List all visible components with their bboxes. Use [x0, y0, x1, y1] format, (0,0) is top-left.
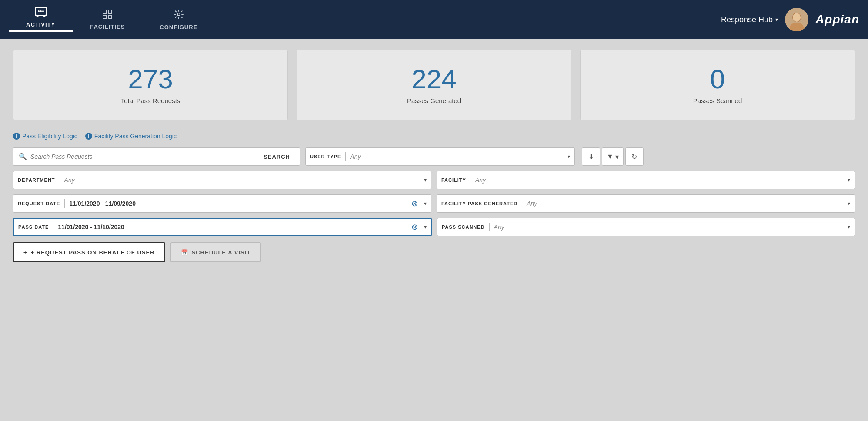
nav-item-configure[interactable]: CONFIGURE — [142, 9, 215, 30]
facility-pass-info-icon: i — [85, 133, 92, 140]
facility-pass-generation-link[interactable]: i Facility Pass Generation Logic — [85, 133, 177, 140]
pass-eligibility-link[interactable]: i Pass Eligibility Logic — [13, 133, 77, 140]
pass-scanned-value: Any — [494, 224, 844, 231]
stat-cards: 273 Total Pass Requests 224 Passes Gener… — [13, 50, 855, 120]
nav-right: Response Hub ▾ Appian — [721, 8, 859, 31]
passes-scanned-label: Passes Scanned — [693, 97, 742, 104]
search-input[interactable] — [30, 153, 248, 160]
department-label: DEPARTMENT — [18, 177, 55, 183]
pass-date-caret-icon: ▾ — [424, 224, 427, 230]
plus-icon: + — [23, 249, 27, 256]
pass-scanned-select[interactable]: PASS SCANNED Any ▾ — [437, 218, 855, 236]
filter-button[interactable]: ▼ ▾ — [602, 147, 624, 166]
stat-card-total-pass-requests: 273 Total Pass Requests — [13, 50, 288, 120]
pass-scanned-label: PASS SCANNED — [442, 224, 485, 230]
facility-pass-generated-label: FACILITY PASS GENERATED — [441, 201, 517, 206]
nav-label-configure: CONFIGURE — [160, 24, 197, 30]
svg-point-10 — [177, 13, 180, 16]
department-caret-icon: ▾ — [424, 177, 427, 183]
refresh-button[interactable]: ↻ — [625, 147, 644, 166]
pass-date-value: 11/01/2020 - 11/10/2020 — [58, 224, 411, 231]
user-type-label: USER TYPE — [310, 154, 341, 159]
pass-date-divider — [53, 223, 53, 231]
configure-icon — [174, 9, 184, 22]
svg-rect-7 — [108, 10, 112, 13]
pass-date-label: PASS DATE — [18, 224, 49, 230]
total-pass-requests-label: Total Pass Requests — [121, 97, 180, 104]
facilities-icon — [103, 10, 112, 22]
svg-point-3 — [38, 10, 40, 12]
user-type-divider — [345, 152, 346, 161]
pass-eligibility-info-icon: i — [13, 133, 20, 140]
filter-row-4: PASS DATE 11/01/2020 - 11/10/2020 ⊗ ▾ PA… — [13, 218, 855, 236]
facility-divider — [471, 176, 471, 184]
passes-generated-value: 224 — [411, 66, 456, 93]
facility-pass-generation-label: Facility Pass Generation Logic — [94, 133, 177, 140]
total-pass-requests-value: 273 — [128, 66, 173, 93]
svg-rect-8 — [103, 15, 107, 19]
filter-row-3: REQUEST DATE 11/01/2020 - 11/09/2020 ⊗ ▾… — [13, 194, 855, 213]
bottom-buttons: + + REQUEST PASS ON BEHALF OF USER 📅 SCH… — [13, 242, 855, 262]
hub-label: Response Hub — [721, 15, 773, 24]
facility-pass-generated-caret-icon: ▾ — [848, 200, 850, 207]
appian-logo: Appian — [815, 13, 859, 27]
facility-label: FACILITY — [441, 177, 466, 183]
response-hub-button[interactable]: Response Hub ▾ — [721, 15, 778, 24]
search-input-wrap[interactable]: 🔍 — [13, 147, 254, 166]
pass-date-clear-icon[interactable]: ⊗ — [411, 222, 418, 232]
schedule-visit-button[interactable]: 📅 SCHEDULE A VISIT — [170, 242, 261, 262]
facility-pass-generated-divider — [522, 199, 522, 208]
filter-row-2: DEPARTMENT Any ▾ FACILITY Any ▾ — [13, 171, 855, 189]
filter-row-1: 🔍 SEARCH USER TYPE Any ▾ ⬇ ▼ ▾ ↻ — [13, 147, 855, 166]
main-content: 273 Total Pass Requests 224 Passes Gener… — [0, 39, 868, 273]
nav-item-activity[interactable]: ACTIVITY — [9, 7, 73, 32]
filter-caret-icon: ▾ — [615, 153, 619, 161]
nav-items: ACTIVITY FACILITIES CONFIGURE — [9, 7, 721, 32]
svg-rect-9 — [108, 15, 112, 19]
action-buttons: ⬇ ▼ ▾ ↻ — [582, 147, 644, 166]
facility-caret-icon: ▾ — [848, 177, 850, 183]
facility-select[interactable]: FACILITY Any ▾ — [437, 171, 855, 189]
svg-point-5 — [42, 10, 44, 12]
svg-point-14 — [793, 13, 801, 22]
department-value: Any — [64, 177, 421, 184]
request-date-value: 11/01/2020 - 11/09/2020 — [69, 200, 411, 207]
download-button[interactable]: ⬇ — [582, 147, 600, 166]
search-icon: 🔍 — [19, 153, 27, 160]
stat-card-passes-generated: 224 Passes Generated — [297, 50, 571, 120]
search-group: 🔍 SEARCH — [13, 147, 300, 166]
schedule-visit-label: SCHEDULE A VISIT — [192, 249, 251, 256]
activity-icon — [35, 7, 47, 20]
department-divider — [60, 176, 60, 184]
hub-caret-icon: ▾ — [775, 17, 778, 23]
stat-card-passes-scanned: 0 Passes Scanned — [580, 50, 855, 120]
pass-date-select[interactable]: PASS DATE 11/01/2020 - 11/10/2020 ⊗ ▾ — [13, 218, 432, 236]
navigation: ACTIVITY FACILITIES CONFIGURE — [0, 0, 868, 39]
pass-scanned-caret-icon: ▾ — [848, 224, 850, 230]
pass-scanned-divider — [489, 223, 490, 231]
calendar-icon: 📅 — [181, 249, 188, 256]
facility-pass-generated-value: Any — [527, 200, 844, 207]
department-select[interactable]: DEPARTMENT Any ▾ — [13, 171, 431, 189]
passes-generated-label: Passes Generated — [407, 97, 461, 104]
nav-item-facilities[interactable]: FACILITIES — [73, 10, 142, 30]
user-type-value: Any — [350, 153, 564, 160]
svg-point-4 — [40, 10, 42, 12]
nav-label-facilities: FACILITIES — [90, 23, 125, 30]
filter-section: 🔍 SEARCH USER TYPE Any ▾ ⬇ ▼ ▾ ↻ — [13, 147, 855, 236]
user-type-select[interactable]: USER TYPE Any ▾ — [305, 147, 575, 166]
request-date-select[interactable]: REQUEST DATE 11/01/2020 - 11/09/2020 ⊗ ▾ — [13, 194, 431, 213]
request-date-label: REQUEST DATE — [18, 201, 60, 206]
filter-icon: ▼ — [607, 153, 614, 160]
facility-pass-generated-select[interactable]: FACILITY PASS GENERATED Any ▾ — [437, 194, 855, 213]
request-date-caret-icon: ▾ — [424, 200, 427, 207]
pass-eligibility-label: Pass Eligibility Logic — [22, 133, 77, 140]
user-avatar[interactable] — [785, 8, 808, 31]
search-button[interactable]: SEARCH — [254, 147, 300, 166]
user-type-caret-icon: ▾ — [568, 154, 570, 160]
request-pass-button[interactable]: + + REQUEST PASS ON BEHALF OF USER — [13, 242, 165, 262]
request-date-divider — [64, 199, 65, 208]
request-pass-label: + REQUEST PASS ON BEHALF OF USER — [31, 249, 155, 256]
passes-scanned-value: 0 — [710, 66, 725, 93]
request-date-clear-icon[interactable]: ⊗ — [411, 199, 418, 208]
